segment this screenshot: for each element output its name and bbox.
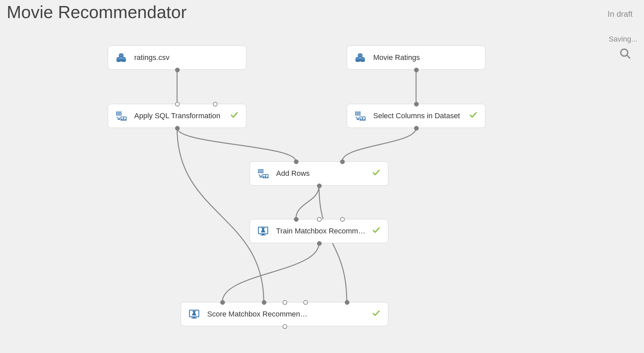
- output-port[interactable]: [317, 241, 322, 246]
- svg-point-19: [360, 60, 365, 62]
- svg-rect-53: [263, 176, 264, 178]
- node-ratings-csv[interactable]: ratings.csv: [108, 46, 246, 70]
- experiment-canvas[interactable]: ratings.csv Movie Ratings: [0, 0, 644, 353]
- dataset-icon: [354, 53, 366, 63]
- svg-rect-34: [123, 118, 124, 120]
- checkmark-icon: [372, 168, 381, 179]
- input-port[interactable]: [317, 217, 322, 222]
- edge: [319, 186, 347, 302]
- node-label: Select Columns in Dataset: [373, 112, 464, 120]
- transform-icon: [115, 111, 127, 121]
- svg-rect-54: [265, 175, 266, 178]
- svg-rect-44: [362, 118, 363, 120]
- svg-rect-45: [364, 119, 365, 120]
- node-movie-ratings[interactable]: Movie Ratings: [347, 46, 485, 70]
- checkmark-icon: [469, 111, 478, 121]
- svg-rect-43: [360, 119, 361, 120]
- output-port[interactable]: [414, 126, 419, 131]
- node-label: ratings.csv: [134, 53, 239, 62]
- node-label: Score Matchbox Recommen…: [207, 310, 367, 319]
- svg-point-22: [358, 56, 363, 58]
- output-port[interactable]: [175, 68, 180, 72]
- output-port[interactable]: [283, 324, 287, 329]
- node-label: Movie Ratings: [373, 53, 478, 62]
- output-port[interactable]: [414, 68, 419, 72]
- node-train-matchbox[interactable]: Train Matchbox Recommen…: [250, 219, 388, 243]
- svg-rect-63: [192, 311, 196, 311]
- checkmark-icon: [372, 226, 381, 236]
- output-port[interactable]: [175, 126, 180, 131]
- input-port[interactable]: [220, 300, 225, 305]
- input-port[interactable]: [303, 300, 308, 305]
- edge: [177, 128, 264, 302]
- svg-point-7: [121, 60, 126, 62]
- output-port[interactable]: [317, 184, 322, 188]
- edge: [222, 243, 319, 302]
- svg-rect-57: [262, 234, 264, 235]
- svg-rect-55: [267, 177, 268, 178]
- node-label: Train Matchbox Recommen…: [276, 227, 367, 235]
- node-label: Apply SQL Transformation: [134, 112, 225, 120]
- experiment-icon: [188, 309, 200, 319]
- input-port[interactable]: [345, 300, 349, 305]
- svg-rect-61: [193, 317, 195, 318]
- node-add-rows[interactable]: Add Rows: [250, 161, 388, 186]
- edge: [177, 128, 296, 161]
- svg-rect-62: [191, 318, 197, 319]
- input-port[interactable]: [294, 217, 299, 222]
- node-apply-sql[interactable]: Apply SQL Transformation: [108, 104, 246, 128]
- transform-icon: [354, 111, 366, 121]
- input-port[interactable]: [262, 300, 266, 305]
- input-port[interactable]: [340, 159, 345, 164]
- svg-point-10: [119, 56, 124, 58]
- transform-icon: [257, 168, 269, 179]
- input-port[interactable]: [283, 300, 287, 305]
- edge: [296, 186, 319, 219]
- node-score-matchbox[interactable]: Score Matchbox Recommen…: [181, 302, 388, 326]
- edge: [342, 128, 416, 161]
- svg-point-16: [355, 60, 360, 62]
- input-port[interactable]: [213, 102, 218, 107]
- input-port[interactable]: [294, 159, 299, 164]
- node-select-cols[interactable]: Select Columns in Dataset: [347, 104, 485, 128]
- svg-rect-59: [261, 228, 265, 228]
- checkmark-icon: [230, 111, 239, 121]
- input-port[interactable]: [414, 102, 419, 107]
- input-port[interactable]: [340, 217, 345, 222]
- svg-rect-35: [125, 119, 126, 120]
- experiment-icon: [257, 226, 269, 236]
- svg-rect-58: [260, 235, 266, 235]
- dataset-icon: [115, 53, 127, 63]
- checkmark-icon: [372, 309, 381, 320]
- svg-rect-33: [122, 119, 123, 120]
- svg-point-4: [116, 60, 121, 62]
- input-port[interactable]: [175, 102, 180, 107]
- node-label: Add Rows: [276, 169, 367, 178]
